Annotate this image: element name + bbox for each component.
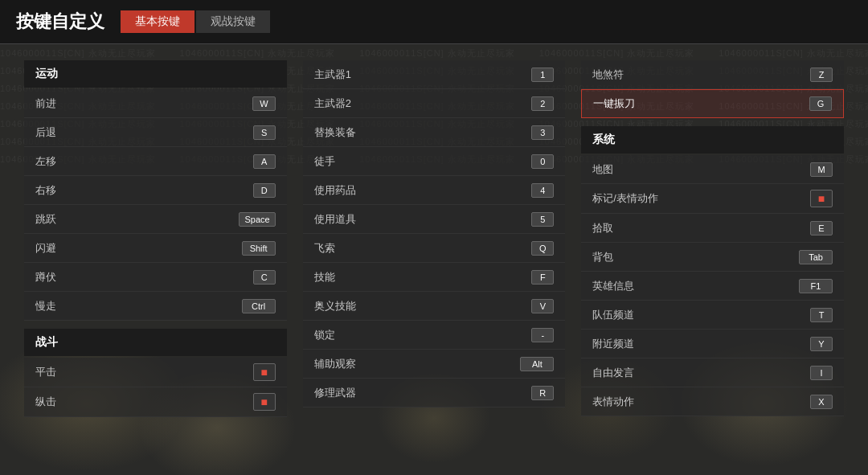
key-badge-dodge: Shift: [242, 241, 276, 256]
key-row-right[interactable]: 右移 D: [24, 176, 287, 205]
key-label-unarmed: 徒手: [314, 154, 335, 169]
column-2: 主武器1 1 主武器2 2 替换装备 3 徒手 0 使用药品 4 使用道具 5 …: [303, 60, 566, 461]
key-label-backward: 后退: [35, 125, 56, 140]
key-row-emote[interactable]: 表情动作 X: [581, 387, 844, 416]
key-row-pickup[interactable]: 拾取 E: [581, 214, 844, 243]
key-label-right: 右移: [35, 183, 56, 198]
key-label-backpack: 背包: [592, 250, 613, 264]
column-3: 地煞符 Z 一键振刀 G 系统 地图 M 标记/表情动作 ■ 拾取 E 背包 T…: [581, 60, 844, 461]
key-label-knife: 一键振刀: [593, 96, 635, 111]
key-badge-assist: Alt: [520, 357, 554, 371]
key-row-left[interactable]: 左移 A: [24, 147, 287, 176]
key-label-team-channel: 队伍频道: [592, 308, 634, 322]
key-badge-weapon1: 1: [531, 68, 554, 82]
key-badge-team-channel: T: [810, 308, 833, 322]
key-row-heavy-attack[interactable]: 纵击 ■: [24, 387, 287, 417]
key-row-talisman[interactable]: 地煞符 Z: [581, 60, 844, 89]
key-row-medicine[interactable]: 使用药品 4: [303, 176, 566, 205]
key-row-lock[interactable]: 锁定 -: [303, 321, 566, 350]
key-row-team-channel[interactable]: 队伍频道 T: [581, 301, 844, 330]
key-badge-emote: X: [810, 395, 833, 409]
key-label-skill: 技能: [314, 270, 335, 285]
tab-basic[interactable]: 基本按键: [121, 10, 194, 33]
key-badge-swap: 3: [531, 125, 554, 140]
section-header-combat: 战斗: [24, 329, 287, 356]
key-label-assist: 辅助观察: [314, 357, 356, 371]
key-badge-normal-attack: ■: [253, 363, 276, 381]
key-row-weapon1[interactable]: 主武器1 1: [303, 60, 566, 89]
key-row-free-speak[interactable]: 自由发言 I: [581, 358, 844, 387]
key-row-skill[interactable]: 技能 F: [303, 263, 566, 292]
key-row-mark[interactable]: 标记/表情动作 ■: [581, 184, 844, 214]
key-label-heavy-attack: 纵击: [35, 395, 56, 409]
header: 按键自定义 基本按键 观战按键: [0, 0, 868, 44]
key-badge-free-speak: I: [810, 366, 833, 380]
key-badge-lock: -: [531, 328, 554, 342]
key-row-ultimate[interactable]: 奥义技能 V: [303, 292, 566, 321]
key-row-swap[interactable]: 替换装备 3: [303, 118, 566, 147]
key-row-normal-attack[interactable]: 平击 ■: [24, 358, 287, 387]
key-badge-forward: W: [252, 96, 275, 111]
key-row-hero-info[interactable]: 英雄信息 F1: [581, 272, 844, 301]
key-row-backpack[interactable]: 背包 Tab: [581, 243, 844, 272]
key-label-normal-attack: 平击: [35, 365, 56, 379]
key-badge-backpack: Tab: [799, 250, 833, 264]
key-label-tool: 使用道具: [314, 212, 356, 227]
key-badge-map: M: [810, 162, 833, 177]
key-badge-mark: ■: [810, 190, 833, 207]
key-label-ultimate: 奥义技能: [314, 299, 356, 313]
key-label-weapon2: 主武器2: [314, 96, 351, 111]
key-row-backward[interactable]: 后退 S: [24, 118, 287, 147]
key-row-dodge[interactable]: 闪避 Shift: [24, 234, 287, 263]
key-label-emote: 表情动作: [592, 395, 634, 409]
key-label-repair: 修理武器: [314, 386, 356, 400]
section-header-movement: 运动: [24, 60, 287, 88]
key-row-assist[interactable]: 辅助观察 Alt: [303, 350, 566, 379]
key-label-talisman: 地煞符: [592, 68, 624, 82]
key-badge-jump: Space: [239, 212, 275, 227]
key-row-knife[interactable]: 一键振刀 G: [581, 89, 844, 118]
key-badge-ultimate: V: [531, 299, 554, 313]
key-badge-skill: F: [531, 270, 554, 285]
key-row-nearby-channel[interactable]: 附近频道 Y: [581, 330, 844, 358]
key-badge-talisman: Z: [810, 68, 833, 82]
key-badge-tool: 5: [531, 212, 554, 227]
key-row-jump[interactable]: 跳跃 Space: [24, 205, 287, 234]
key-row-map[interactable]: 地图 M: [581, 155, 844, 184]
key-label-jump: 跳跃: [35, 212, 56, 227]
key-row-tool[interactable]: 使用道具 5: [303, 205, 566, 234]
key-badge-backward: S: [253, 125, 276, 140]
key-badge-walk: Ctrl: [242, 299, 276, 313]
key-badge-pickup: E: [810, 221, 833, 235]
key-row-crouch[interactable]: 蹲伏 C: [24, 263, 287, 292]
key-label-hero-info: 英雄信息: [592, 279, 634, 293]
section-header-system: 系统: [581, 126, 844, 154]
key-badge-crouch: C: [253, 270, 276, 285]
key-badge-right: D: [253, 183, 276, 198]
page-title: 按键自定义: [16, 10, 104, 34]
key-badge-unarmed: 0: [531, 154, 554, 169]
key-row-weapon2[interactable]: 主武器2 2: [303, 89, 566, 118]
key-label-crouch: 蹲伏: [35, 270, 56, 285]
key-label-pickup: 拾取: [592, 221, 613, 235]
key-row-repair[interactable]: 修理武器 R: [303, 379, 566, 407]
key-badge-left: A: [253, 154, 276, 169]
key-row-unarmed[interactable]: 徒手 0: [303, 147, 566, 176]
key-badge-hero-info: F1: [799, 279, 833, 293]
tab-spectate[interactable]: 观战按键: [196, 10, 270, 33]
key-label-nearby-channel: 附近频道: [592, 337, 634, 351]
key-label-lock: 锁定: [314, 328, 335, 342]
key-badge-weapon2: 2: [531, 96, 554, 111]
key-label-weapon1: 主武器1: [314, 68, 351, 82]
key-label-forward: 前进: [35, 96, 56, 111]
key-badge-knife: G: [809, 96, 832, 111]
key-row-walk[interactable]: 慢走 Ctrl: [24, 292, 287, 321]
key-label-mark: 标记/表情动作: [592, 191, 658, 206]
tab-bar: 基本按键 观战按键: [121, 10, 270, 33]
main-content: 运动 前进 W 后退 S 左移 A 右移 D 跳跃 Space 闪避 Shift…: [0, 44, 868, 475]
key-label-walk: 慢走: [35, 299, 56, 313]
key-row-grapple[interactable]: 飞索 Q: [303, 234, 566, 263]
key-label-free-speak: 自由发言: [592, 366, 634, 380]
key-badge-nearby-channel: Y: [810, 337, 833, 351]
key-row-forward[interactable]: 前进 W: [24, 89, 287, 118]
